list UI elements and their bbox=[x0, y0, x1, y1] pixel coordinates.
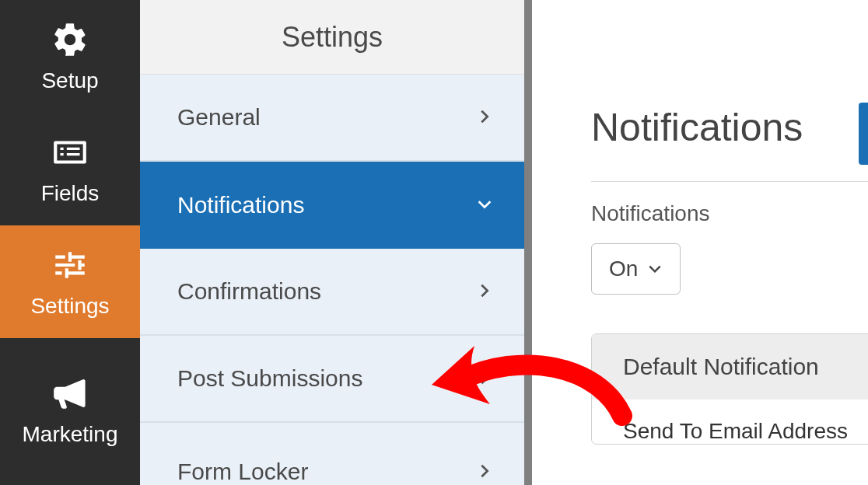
settings-item-general[interactable]: General bbox=[140, 75, 524, 162]
settings-item-label: Post Submissions bbox=[177, 365, 362, 392]
rail-item-label: Settings bbox=[30, 294, 109, 319]
chevron-right-icon bbox=[476, 459, 493, 485]
button-edge[interactable] bbox=[859, 103, 868, 165]
notification-card: Default Notification Send To Email Addre… bbox=[591, 333, 868, 445]
rail-item-setup[interactable]: Setup bbox=[0, 0, 140, 113]
rail-item-fields[interactable]: Fields bbox=[0, 113, 140, 225]
chevron-down-icon bbox=[647, 261, 663, 277]
gear-icon bbox=[51, 20, 89, 59]
notifications-toggle[interactable]: On bbox=[591, 243, 681, 295]
panel-title: Notifications bbox=[591, 105, 868, 150]
settings-item-label: Confirmations bbox=[177, 278, 321, 305]
chevron-right-icon bbox=[476, 278, 493, 305]
settings-item-form-locker[interactable]: Form Locker bbox=[140, 423, 524, 485]
rail-item-label: Fields bbox=[41, 181, 100, 206]
rail-item-marketing[interactable]: Marketing bbox=[0, 338, 140, 482]
chevron-down-icon bbox=[476, 192, 493, 218]
settings-item-label: General bbox=[177, 104, 261, 131]
left-rail: Setup Fields Settings Marketing bbox=[0, 0, 140, 485]
settings-item-post-submissions[interactable]: Post Submissions bbox=[140, 336, 524, 423]
settings-item-label: Notifications bbox=[177, 192, 304, 218]
rail-item-label: Setup bbox=[41, 68, 98, 93]
rail-item-label: Marketing bbox=[23, 422, 118, 447]
chevron-right-icon bbox=[476, 104, 493, 131]
card-field-label: Send To Email Address bbox=[592, 400, 868, 444]
rail-item-settings[interactable]: Settings bbox=[0, 225, 140, 338]
section-label: Notifications bbox=[591, 201, 868, 226]
sliders-icon bbox=[51, 246, 89, 284]
card-title: Default Notification bbox=[592, 334, 868, 400]
settings-column: Settings General Notifications Confirmat… bbox=[140, 0, 532, 485]
divider bbox=[591, 181, 868, 182]
settings-item-notifications[interactable]: Notifications bbox=[140, 162, 524, 249]
settings-item-confirmations[interactable]: Confirmations bbox=[140, 249, 524, 336]
list-icon bbox=[51, 133, 89, 172]
page-title: Settings bbox=[140, 0, 524, 75]
settings-list: General Notifications Confirmations Post… bbox=[140, 75, 524, 485]
content-panel: Notifications Notifications On Default N… bbox=[532, 0, 868, 485]
chevron-right-icon bbox=[476, 365, 493, 392]
bullhorn-icon bbox=[51, 374, 89, 413]
toggle-value: On bbox=[609, 256, 638, 281]
settings-item-label: Form Locker bbox=[177, 459, 308, 485]
